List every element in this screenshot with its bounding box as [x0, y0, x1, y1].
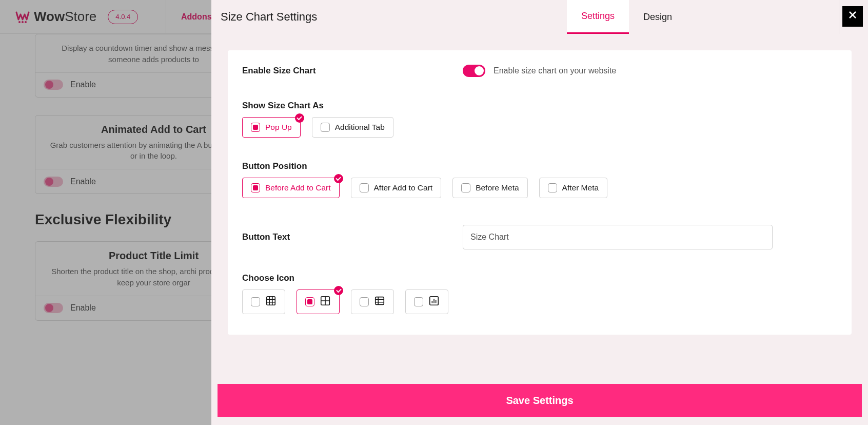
- icon-option-grid-2x2[interactable]: [297, 289, 340, 314]
- position-after-meta-option[interactable]: After Meta: [539, 178, 608, 198]
- enable-size-chart-toggle[interactable]: [463, 65, 485, 77]
- svg-rect-5: [376, 297, 384, 305]
- show-as-label: Show Size Chart As: [242, 101, 837, 111]
- modal-title: Size Chart Settings: [221, 10, 317, 24]
- icon-option-grid-3x3[interactable]: [242, 289, 285, 314]
- checkbox-icon: [461, 183, 470, 192]
- position-before-meta-option[interactable]: Before Meta: [452, 178, 527, 198]
- checkbox-icon: [548, 183, 557, 192]
- checkbox-icon: [251, 297, 260, 306]
- enable-toggle[interactable]: [44, 303, 63, 313]
- enable-size-chart-hint: Enable size chart on your website: [494, 66, 616, 75]
- position-after-cart-option[interactable]: After Add to Cart: [351, 178, 442, 198]
- enable-size-chart-label: Enable Size Chart: [242, 66, 463, 76]
- button-text-input[interactable]: [463, 225, 773, 249]
- enable-toggle[interactable]: [44, 80, 63, 90]
- save-settings-button[interactable]: Save Settings: [218, 384, 862, 417]
- button-position-label: Button Position: [242, 161, 837, 171]
- close-icon: [847, 10, 858, 23]
- icon-option-bar-chart[interactable]: [405, 289, 448, 314]
- svg-rect-3: [267, 297, 275, 305]
- version-badge: 4.0.4: [108, 10, 138, 24]
- button-text-label: Button Text: [242, 232, 463, 242]
- tab-settings[interactable]: Settings: [567, 0, 629, 34]
- choose-icon-label: Choose Icon: [242, 273, 837, 283]
- icon-option-table-rows[interactable]: [351, 289, 394, 314]
- size-chart-settings-modal: Size Chart Settings Settings Design Enab…: [211, 0, 868, 425]
- position-before-cart-option[interactable]: Before Add to Cart: [242, 178, 340, 198]
- close-modal-button[interactable]: [842, 6, 863, 27]
- enable-label: Enable: [70, 80, 212, 89]
- svg-point-2: [25, 21, 27, 23]
- selected-badge-icon: [334, 286, 343, 295]
- selected-badge-icon: [295, 113, 304, 123]
- checkbox-icon: [251, 183, 260, 192]
- checkbox-icon: [360, 183, 369, 192]
- enable-label: Enable: [70, 177, 212, 186]
- nav-addons[interactable]: Addons: [181, 12, 212, 22]
- checkbox-icon: [251, 123, 260, 132]
- show-as-tab-option[interactable]: Additional Tab: [312, 117, 393, 138]
- logo-text: WowStore: [34, 9, 96, 25]
- svg-point-0: [18, 21, 21, 23]
- logo-icon: [14, 9, 31, 25]
- svg-point-1: [22, 21, 24, 23]
- enable-label: Enable: [70, 303, 212, 313]
- grid-3x3-icon: [265, 295, 277, 308]
- enable-toggle[interactable]: [44, 177, 63, 187]
- checkbox-icon: [360, 297, 369, 306]
- bar-chart-icon: [428, 295, 440, 308]
- checkbox-icon: [305, 297, 314, 306]
- checkbox-icon: [414, 297, 423, 306]
- show-as-popup-option[interactable]: Pop Up: [242, 117, 301, 138]
- table-rows-icon: [374, 295, 385, 308]
- selected-badge-icon: [334, 174, 343, 183]
- grid-2x2-icon: [320, 295, 331, 308]
- checkbox-icon: [321, 123, 330, 132]
- tab-design[interactable]: Design: [629, 0, 686, 34]
